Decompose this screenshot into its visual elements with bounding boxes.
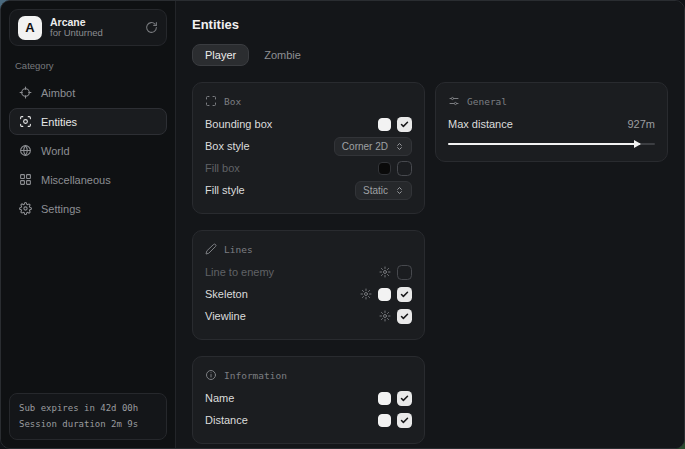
brand-logo: A: [18, 16, 42, 40]
lines-card: Lines Line to enemy Skeleton: [192, 230, 425, 340]
sidebar: A Arcane for Unturned Category Aimbot: [1, 1, 176, 448]
session-duration-text: Session duration 2m 9s: [19, 417, 157, 432]
checkbox-unchecked[interactable]: [397, 265, 412, 280]
brand-subtitle: for Unturned: [50, 28, 137, 38]
setting-row-box-style: Box style Corner 2D: [205, 135, 412, 157]
dropdown-value: Corner 2D: [342, 141, 388, 152]
sidebar-item-aimbot[interactable]: Aimbot: [9, 79, 167, 106]
gear-icon[interactable]: [379, 266, 391, 278]
scan-corners-icon: [205, 95, 217, 107]
sidebar-item-label: World: [41, 145, 70, 157]
sidebar-item-entities[interactable]: Entities: [9, 108, 167, 135]
checkbox-checked[interactable]: [397, 309, 412, 324]
setting-row-fill-box: Fill box: [205, 157, 412, 179]
info-icon: [205, 369, 217, 381]
setting-row-max-distance: Max distance 927m: [448, 113, 655, 135]
sub-expires-text: Sub expires in 42d 00h: [19, 401, 157, 416]
max-distance-slider[interactable]: [448, 139, 655, 149]
gear-icon: [19, 202, 32, 215]
card-title: Lines: [224, 244, 253, 255]
setting-label: Max distance: [448, 118, 627, 130]
setting-row-fill-style: Fill style Static: [205, 179, 412, 201]
general-card: General Max distance 927m: [435, 82, 668, 162]
max-distance-value: 927m: [627, 118, 655, 130]
main-panel: Entities Player Zombie Box: [176, 1, 684, 448]
color-swatch[interactable]: [378, 392, 391, 405]
chevron-up-down-icon: [395, 186, 404, 195]
setting-label: Name: [205, 392, 378, 404]
sidebar-nav: Aimbot Entities World: [9, 79, 167, 222]
color-swatch[interactable]: [378, 288, 391, 301]
globe-icon: [19, 144, 32, 157]
color-swatch[interactable]: [378, 414, 391, 427]
setting-row-line-to-enemy: Line to enemy: [205, 261, 412, 283]
sidebar-item-label: Entities: [41, 116, 77, 128]
entities-icon: [19, 115, 32, 128]
gear-icon[interactable]: [360, 288, 372, 300]
checkbox-checked[interactable]: [397, 117, 412, 132]
app-window: A Arcane for Unturned Category Aimbot: [0, 0, 685, 449]
checkbox-unchecked[interactable]: [397, 161, 412, 176]
tab-zombie[interactable]: Zombie: [251, 44, 314, 66]
page-title: Entities: [192, 17, 668, 32]
dropdown-value: Static: [363, 185, 388, 196]
fill-style-dropdown[interactable]: Static: [355, 181, 412, 200]
setting-row-bounding-box: Bounding box: [205, 113, 412, 135]
entity-tabs: Player Zombie: [192, 44, 668, 66]
checkbox-checked[interactable]: [397, 287, 412, 302]
checkbox-checked[interactable]: [397, 413, 412, 428]
card-title: Box: [224, 96, 241, 107]
sidebar-item-label: Miscellaneous: [41, 174, 111, 186]
pencil-icon: [205, 243, 217, 255]
grid-icon: [19, 173, 32, 186]
setting-label: Distance: [205, 414, 378, 426]
sidebar-item-label: Aimbot: [41, 87, 75, 99]
setting-row-skeleton: Skeleton: [205, 283, 412, 305]
sidebar-item-label: Settings: [41, 203, 81, 215]
sync-icon[interactable]: [145, 21, 158, 34]
setting-label: Bounding box: [205, 118, 378, 130]
gear-icon[interactable]: [379, 310, 391, 322]
setting-label: Fill box: [205, 162, 378, 174]
sidebar-item-settings[interactable]: Settings: [9, 195, 167, 222]
slider-fill: [448, 143, 640, 145]
sliders-icon: [448, 95, 460, 107]
setting-row-name: Name: [205, 387, 412, 409]
category-label: Category: [15, 60, 167, 71]
sidebar-item-world[interactable]: World: [9, 137, 167, 164]
setting-label: Skeleton: [205, 288, 360, 300]
sidebar-item-miscellaneous[interactable]: Miscellaneous: [9, 166, 167, 193]
setting-row-distance: Distance: [205, 409, 412, 431]
crosshair-icon: [19, 86, 32, 99]
chevron-up-down-icon: [395, 142, 404, 151]
setting-label: Box style: [205, 140, 334, 152]
card-title: General: [467, 96, 507, 107]
setting-label: Viewline: [205, 310, 379, 322]
subscription-info: Sub expires in 42d 00h Session duration …: [9, 393, 167, 440]
setting-label: Line to enemy: [205, 266, 379, 278]
color-swatch[interactable]: [378, 162, 391, 175]
color-swatch[interactable]: [378, 118, 391, 131]
checkbox-checked[interactable]: [397, 391, 412, 406]
setting-row-viewline: Viewline: [205, 305, 412, 327]
brand-card: A Arcane for Unturned: [9, 9, 167, 46]
information-card: Information Name Distance: [192, 356, 425, 444]
box-card: Box Bounding box Box style: [192, 82, 425, 214]
card-title: Information: [224, 370, 287, 381]
tab-player[interactable]: Player: [192, 44, 249, 66]
setting-label: Fill style: [205, 184, 355, 196]
box-style-dropdown[interactable]: Corner 2D: [334, 137, 412, 156]
